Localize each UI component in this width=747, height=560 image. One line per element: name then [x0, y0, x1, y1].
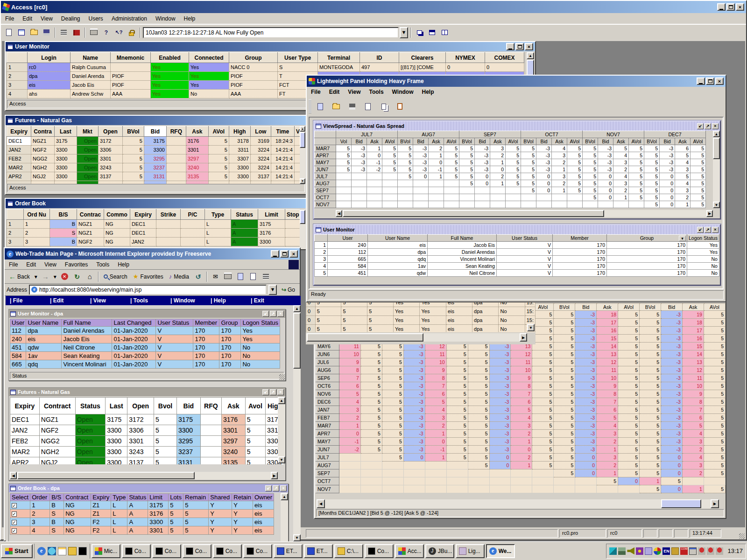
row-label[interactable]: AUG7 — [315, 180, 336, 187]
quicklaunch-desktop-icon[interactable] — [48, 547, 56, 555]
frame-close-button[interactable]: × — [277, 311, 284, 317]
column-header[interactable]: Member — [193, 319, 219, 327]
column-header[interactable]: Bid — [598, 138, 613, 145]
resize-grip[interactable] — [739, 533, 745, 539]
column-header[interactable]: Limit — [258, 210, 285, 220]
column-header[interactable]: BVol — [583, 138, 598, 145]
column-header[interactable]: Full Name — [62, 319, 112, 327]
taskbar-button-co[interactable]: Co... — [122, 544, 151, 558]
column-header[interactable]: Type — [205, 210, 231, 220]
table-row[interactable]: DEC6455-3555-3655-3755-385 — [316, 398, 726, 406]
column-header[interactable]: Ask — [613, 138, 629, 145]
taskbar-button-jbu[interactable]: JJBu... — [425, 544, 454, 558]
back-dropdown[interactable]: ▾ — [33, 271, 39, 282]
table-row[interactable]: ✓2SNGZ1LA317655YYeis — [10, 510, 274, 518]
scroll-left-button[interactable]: ◀ — [336, 210, 342, 217]
book-button[interactable] — [70, 27, 82, 38]
column-header[interactable]: B/S — [50, 210, 77, 220]
table-row[interactable]: NOV6555-3655-3755-3855-395 — [316, 390, 726, 398]
column-header[interactable]: Login — [28, 53, 70, 63]
save-button[interactable] — [41, 27, 52, 38]
frame-close-button[interactable]: × — [280, 485, 287, 491]
row-label[interactable]: MAR7 — [315, 145, 336, 152]
mail-button[interactable]: ✉ — [210, 271, 221, 282]
column-header[interactable]: Group — [607, 235, 687, 242]
web-futures-hscrollbar[interactable]: ◀ ▶ — [10, 472, 278, 479]
menu-item-view[interactable]: View — [36, 14, 57, 23]
scroll-up-button[interactable]: ▲ — [300, 126, 305, 132]
web-order-book-titlebar[interactable]: Order Book - dpa ↙ ↗ × — [9, 484, 288, 492]
table-row[interactable]: 0555YesYeseisdpaNo15: — [306, 307, 536, 316]
taskbar-button-co[interactable]: Co... — [152, 544, 181, 558]
menu-item-view[interactable]: View — [40, 260, 61, 269]
column-header[interactable] — [315, 235, 328, 242]
frame-minimize-button[interactable]: ↙ — [262, 389, 269, 395]
row-label[interactable]: SEP6 — [316, 374, 339, 382]
column-header[interactable] — [7, 210, 24, 220]
column-header[interactable]: RFQ — [166, 126, 186, 137]
row-label[interactable]: AUG6 — [316, 366, 339, 374]
scroll-left-button[interactable]: ◀ — [317, 499, 325, 508]
menu-item-help[interactable]: Help — [113, 260, 134, 269]
column-header[interactable]: Contract — [39, 398, 75, 414]
maximize-button[interactable] — [726, 3, 735, 11]
row-label[interactable]: NOV7 — [315, 201, 336, 208]
row-label[interactable]: MAY7 — [316, 438, 339, 446]
row-label[interactable]: SEP7 — [316, 469, 339, 477]
scroll-down-button[interactable]: ▼ — [293, 534, 301, 541]
cascade-windows-button[interactable] — [414, 27, 425, 38]
print-button[interactable] — [222, 271, 234, 282]
address-input[interactable]: e http://localhost:8080/webserving/main.… — [29, 285, 267, 295]
column-header[interactable]: Strike — [156, 210, 181, 220]
scroll-up-button[interactable]: ▲ — [293, 305, 301, 312]
tray-modem-icon[interactable] — [609, 547, 617, 555]
row-label[interactable]: JUL7 — [315, 173, 336, 180]
vscroll-thumb[interactable] — [293, 313, 301, 369]
column-header[interactable]: Stop — [285, 210, 301, 220]
column-header[interactable]: Expiry — [7, 126, 31, 137]
ie-vscrollbar[interactable]: ▲ ▼ — [293, 305, 301, 541]
table-row[interactable]: 5841avSean Keating01-Jan-2020V170170No — [10, 352, 280, 360]
taskbar-button-acc[interactable]: Acc... — [395, 544, 424, 558]
back-button[interactable]: ←Back — [7, 271, 32, 282]
scroll-down-button[interactable]: ▼ — [278, 456, 285, 463]
table-row[interactable]: APR2NGJ2Open3300313753131313553300 — [10, 457, 284, 465]
print-button[interactable] — [88, 27, 99, 38]
menu-item-file[interactable]: File — [6, 296, 46, 305]
menu-item-view[interactable]: View — [86, 296, 126, 305]
column-header[interactable]: Lots — [169, 494, 183, 501]
table-row[interactable]: AUG7501550255035 — [316, 462, 726, 469]
order-book-vscrollbar[interactable] — [300, 209, 305, 249]
column-header[interactable]: Group — [219, 319, 241, 327]
row-label[interactable]: NOV7 — [316, 485, 339, 493]
column-header[interactable]: AVol — [704, 304, 725, 311]
ie-titlebar[interactable]: e Web-Trade Main Page - Microsoft Intern… — [5, 248, 300, 259]
table-row[interactable]: MAY7-155-3055-3155-3255-335 — [316, 438, 726, 446]
quicklaunch-ie-icon[interactable]: e — [37, 547, 46, 555]
spread-grid-hscrollbar[interactable]: ◀ ▶ — [317, 499, 719, 508]
table-row[interactable]: 451qdwNeil Citrone01-Jan-2020V170170No — [10, 343, 280, 352]
scroll-right-button[interactable]: ▶ — [711, 499, 719, 508]
table-row[interactable]: MAR7155-3255-3355-3455-355 — [316, 422, 726, 430]
column-header[interactable]: Expiry — [130, 210, 156, 220]
scroll-up-button[interactable]: ▲ — [713, 131, 720, 137]
stop-button[interactable]: ✕ — [59, 271, 70, 282]
menu-item-window[interactable]: Window — [151, 14, 180, 23]
column-header[interactable]: User Status — [497, 235, 553, 242]
refresh-button[interactable]: ↻ — [71, 271, 83, 282]
column-header[interactable]: ID — [360, 53, 399, 63]
scroll-up-button[interactable]: ▲ — [281, 493, 288, 500]
panel-save-button[interactable] — [345, 99, 359, 113]
column-header[interactable]: User Type — [278, 53, 318, 63]
tray-ball-icon[interactable] — [654, 547, 661, 555]
viewspread-vscrollbar[interactable]: ▲ ▼ — [713, 131, 720, 208]
column-header[interactable]: AVol — [208, 126, 229, 137]
table-row[interactable]: JUN75-3-255-3-155-3055-3155-3255-335 — [315, 166, 706, 173]
toolbar-drag-handle[interactable] — [309, 99, 311, 113]
column-header[interactable]: Status — [75, 398, 106, 414]
column-header[interactable]: User — [10, 319, 26, 327]
menu-item-users[interactable]: Users — [85, 14, 107, 23]
menu-item-help[interactable]: Help — [180, 14, 200, 23]
column-header[interactable]: Name — [70, 53, 111, 63]
combo-dropdown-button[interactable]: ▼ — [400, 27, 408, 38]
